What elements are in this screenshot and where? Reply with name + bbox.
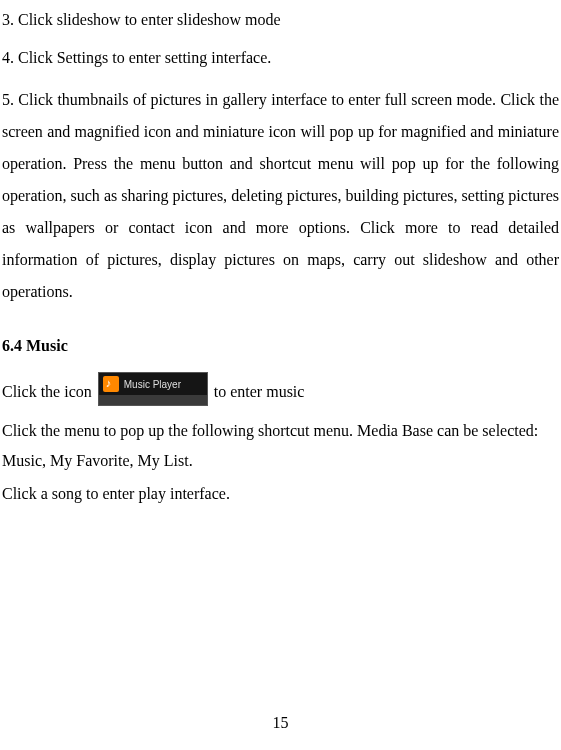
music-player-label: Music Player: [124, 378, 181, 391]
icon-instruction-line: Click the icon Music Player to enter mus…: [2, 372, 559, 406]
instruction-step-5: 5. Click thumbnails of pictures in galle…: [2, 84, 559, 308]
music-player-icon: Music Player: [98, 372, 208, 406]
page-number: 15: [0, 714, 561, 732]
icon-line-text-before: Click the icon: [2, 382, 92, 403]
menu-instruction: Click the menu to pop up the following s…: [2, 416, 559, 475]
play-instruction: Click a song to enter play interface.: [2, 479, 559, 509]
instruction-step-4: 4. Click Settings to enter setting inter…: [2, 46, 559, 70]
section-heading-music: 6.4 Music: [2, 334, 559, 358]
icon-line-text-after: to enter music: [214, 382, 305, 403]
instruction-step-3: 3. Click slideshow to enter slideshow mo…: [2, 8, 559, 32]
music-note-icon: [103, 376, 119, 392]
